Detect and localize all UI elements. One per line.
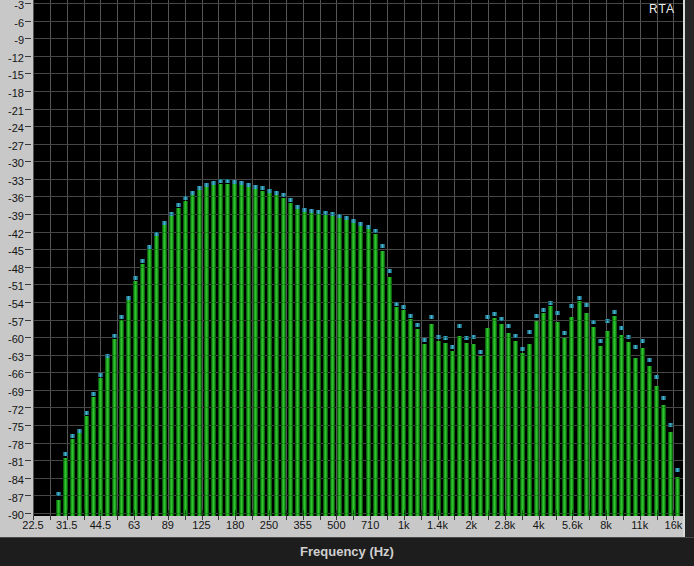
- spectrum-bar: [464, 343, 469, 516]
- peak-hold-cap: [401, 305, 406, 309]
- spectrum-bar: [176, 208, 181, 516]
- spectrum-bar: [344, 220, 349, 516]
- x-axis-label: 2.8k: [495, 519, 516, 532]
- peak-hold-cap: [492, 312, 497, 316]
- spectrum-bar: [239, 185, 244, 516]
- spectrum-bar: [555, 322, 560, 516]
- peak-hold-cap: [197, 186, 202, 190]
- x-axis-tick: [151, 516, 152, 520]
- y-axis-tick: [25, 355, 31, 356]
- x-axis-label: 4k: [533, 519, 545, 532]
- spectrum-bar: [154, 236, 159, 516]
- spectrum-bar: [450, 351, 455, 516]
- y-axis-label: -81: [0, 457, 24, 468]
- y-axis-tick: [25, 249, 31, 250]
- spectrum-bar: [133, 281, 138, 516]
- y-axis-tick: [25, 407, 31, 408]
- grid-hline-overlay: [33, 179, 683, 180]
- x-tick-nick: [336, 510, 337, 516]
- peak-hold-cap: [429, 315, 434, 319]
- grid-hline-overlay: [33, 91, 683, 92]
- peak-hold-cap: [654, 375, 659, 379]
- y-axis-tick: [25, 495, 31, 496]
- x-axis-label: 180: [226, 519, 244, 532]
- spectrum-bar: [218, 184, 223, 516]
- x-tick-nick: [117, 510, 118, 516]
- y-axis-tick: [25, 302, 31, 303]
- spectrum-bar: [612, 316, 617, 516]
- peak-hold-cap: [408, 314, 413, 318]
- x-tick-nick: [235, 510, 236, 516]
- grid-vline: [202, 0, 203, 516]
- y-axis-label: -18: [0, 88, 24, 99]
- peak-hold-cap: [619, 326, 624, 330]
- grid-vline: [50, 0, 51, 516]
- spectrum-bar: [429, 324, 434, 516]
- spectrum-bar: [105, 358, 110, 516]
- grid-hline-overlay: [33, 355, 683, 356]
- spectrum-plot-area: RTA: [33, 0, 683, 516]
- grid-hline-overlay: [33, 495, 683, 496]
- x-tick-nick: [522, 510, 523, 516]
- spectrum-bar: [647, 366, 652, 516]
- peak-hold-cap: [162, 221, 167, 225]
- y-axis-label: -45: [0, 246, 24, 257]
- x-tick-nick: [320, 510, 321, 516]
- spectrum-bar: [380, 251, 385, 516]
- y-axis-label: -57: [0, 317, 24, 328]
- y-axis-label: -87: [0, 493, 24, 504]
- spectrum-bar: [169, 216, 174, 516]
- grid-vline: [117, 0, 118, 516]
- peak-hold-cap: [534, 314, 539, 318]
- y-axis-label: -84: [0, 475, 24, 486]
- grid-hline-overlay: [33, 21, 683, 22]
- peak-hold-cap: [260, 186, 265, 190]
- x-tick-nick: [572, 510, 573, 516]
- rta-analyzer-window: RTA -3-6-9-12-15-18-21-24-27-30-33-36-39…: [0, 0, 694, 566]
- spectrum-bar: [443, 343, 448, 516]
- y-axis-label: -27: [0, 141, 24, 152]
- grid-hline-overlay: [33, 302, 683, 303]
- y-axis-label: -78: [0, 440, 24, 451]
- grid-hline-overlay: [33, 390, 683, 391]
- spectrum-bar: [422, 344, 427, 516]
- y-axis-label: -24: [0, 123, 24, 134]
- x-tick-nick: [606, 510, 607, 516]
- grid-hline-overlay: [33, 443, 683, 444]
- x-axis-tick: [353, 516, 354, 520]
- spectrum-bar: [183, 201, 188, 516]
- x-axis-label: 31.5: [56, 519, 77, 532]
- peak-hold-cap: [302, 208, 307, 212]
- peak-hold-cap: [232, 180, 237, 184]
- x-axis-label: 8k: [600, 519, 612, 532]
- y-axis-tick: [25, 425, 31, 426]
- grid-hline-overlay: [33, 73, 683, 74]
- spectrum-bar: [562, 338, 567, 516]
- peak-hold-cap: [126, 296, 131, 300]
- y-axis-label: -3: [0, 0, 24, 11]
- spectrum-bar: [119, 320, 124, 516]
- y-axis-tick: [25, 337, 31, 338]
- peak-hold-cap: [351, 219, 356, 223]
- spectrum-bar: [499, 324, 504, 516]
- spectrum-bar: [415, 329, 420, 516]
- y-axis-label: -30: [0, 158, 24, 169]
- spectrum-bar: [358, 226, 363, 516]
- peak-hold-cap: [598, 339, 603, 343]
- spectrum-bar: [253, 189, 258, 516]
- x-tick-nick: [556, 510, 557, 516]
- spectrum-bar: [281, 198, 286, 516]
- x-axis-tick: [387, 516, 388, 520]
- y-axis-tick: [25, 73, 31, 74]
- x-tick-nick: [100, 510, 101, 516]
- x-tick-nick: [168, 510, 169, 516]
- x-tick-nick: [421, 510, 422, 516]
- x-tick-nick: [134, 510, 135, 516]
- peak-hold-cap: [344, 216, 349, 220]
- peak-hold-cap: [204, 183, 209, 187]
- spectrum-bar: [323, 215, 328, 516]
- y-axis-tick: [25, 126, 31, 127]
- y-axis-label: -60: [0, 334, 24, 345]
- peak-hold-cap: [415, 323, 420, 327]
- peak-hold-cap: [77, 429, 82, 433]
